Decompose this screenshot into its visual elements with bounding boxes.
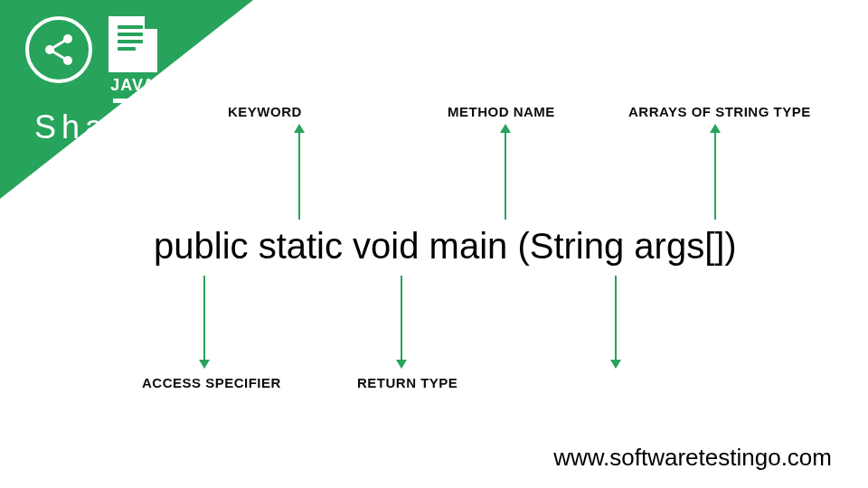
arrow-keyword [298, 131, 300, 220]
arrow-access-specifier [203, 276, 205, 361]
diagram-canvas: KEYWORD METHOD NAME ARRAYS OF STRING TYP… [0, 0, 868, 488]
annotation-method-name: METHOD NAME [448, 104, 555, 119]
annotation-keyword: KEYWORD [228, 104, 302, 119]
arrow-method-name [505, 131, 506, 220]
java-main-signature: public static void main (String args[]) [154, 226, 737, 267]
arrow-arrays [714, 131, 716, 220]
annotation-access-specifier: ACCESS SPECIFIER [142, 375, 281, 390]
footer-url: www.softwaretestingo.com [553, 444, 832, 472]
annotation-arrays-of-string: ARRAYS OF STRING TYPE [628, 104, 811, 119]
arrow-bottom-extra [615, 276, 617, 361]
arrow-return-type [401, 276, 402, 361]
annotation-return-type: RETURN TYPE [357, 375, 458, 390]
